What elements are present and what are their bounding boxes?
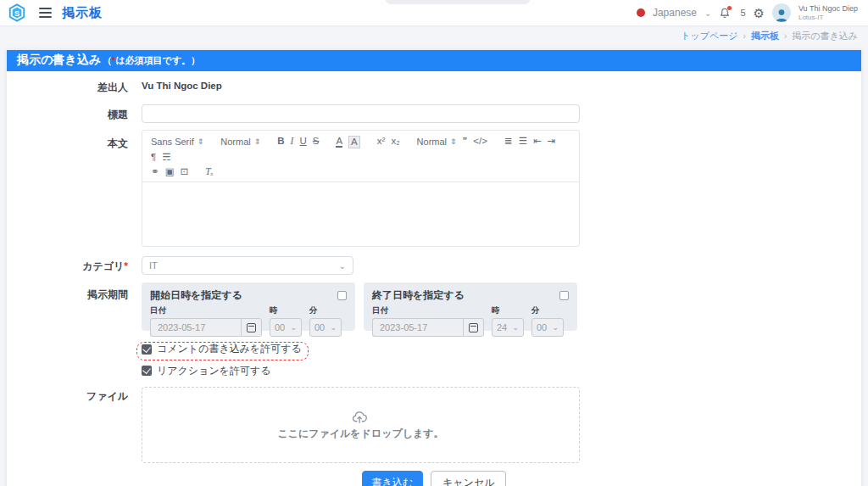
notifications-button[interactable] — [719, 7, 731, 20]
start-panel-title: 開始日時を指定する — [150, 288, 242, 303]
code-block-icon[interactable]: </> — [473, 136, 487, 148]
blockquote-icon[interactable]: ” — [463, 136, 468, 148]
period-label: 掲示期間 — [7, 282, 142, 302]
sender-label: 差出人 — [7, 81, 142, 95]
file-dropzone[interactable]: ここにファイルをドロップします。 — [142, 387, 580, 463]
end-hour-select[interactable]: 24⌄ — [492, 318, 524, 337]
user-info[interactable]: Vu Thi Ngoc Diep Lotus-IT — [798, 4, 858, 21]
start-date-label: 日付 — [150, 305, 262, 316]
text-color-icon[interactable]: A — [336, 137, 342, 148]
person-icon — [774, 8, 789, 22]
allow-comment-row: コメントの書き込みを許可する — [7, 342, 861, 357]
text-direction-icon[interactable]: ¶ — [151, 152, 156, 164]
dropzone-text: ここにファイルをドロップします。 — [277, 427, 443, 441]
category-row: カテゴリ* IT ⌄ — [7, 256, 861, 275]
required-note: （*は必須項目です。） — [103, 54, 200, 67]
rich-text-editor: Sans Serif⇕ Normal⇕ B I U S A A x² — [142, 130, 580, 247]
bullet-list-icon[interactable]: ☰ — [519, 136, 527, 148]
outdent-icon[interactable]: ⇤ — [533, 136, 542, 148]
updown-icon: ⇕ — [450, 137, 457, 146]
start-date-picker-button[interactable] — [241, 318, 262, 337]
period-row: 掲示期間 開始日時を指定する 日付 2023-05-17 — [7, 282, 861, 331]
form-banner: 掲示の書き込み （*は必須項目です。） — [7, 50, 861, 71]
align-icon[interactable]: ☴ — [162, 152, 170, 164]
breadcrumb-current: 掲示の書き込み — [792, 30, 858, 42]
highlight-color-icon[interactable]: A — [348, 136, 360, 148]
calendar-icon — [247, 323, 256, 332]
end-enable-checkbox[interactable] — [559, 291, 569, 300]
start-date-input[interactable]: 2023-05-17 — [150, 318, 241, 337]
allow-comment-label: コメントの書き込みを許可する — [157, 342, 302, 356]
breadcrumb-home[interactable]: トップページ — [681, 30, 737, 42]
start-datetime-panel: 開始日時を指定する 日付 2023-05-17 時 00⌄ — [142, 282, 355, 331]
body-label: 本文 — [7, 130, 142, 151]
underline-icon[interactable]: U — [299, 136, 306, 148]
start-minute-select[interactable]: 00⌄ — [309, 318, 342, 337]
submit-button[interactable]: 書き込む — [362, 471, 424, 486]
end-date-picker-button[interactable] — [463, 318, 484, 337]
menu-toggle-icon[interactable] — [39, 5, 52, 20]
bold-icon[interactable]: B — [277, 136, 284, 148]
annotation-highlight: コメントの書き込みを許可する — [136, 342, 309, 360]
cancel-button[interactable]: キャンセル — [431, 471, 506, 486]
title-label: 標題 — [7, 104, 142, 122]
sender-value: Vu Thi Ngoc Diep — [142, 81, 580, 91]
end-date-input[interactable]: 2023-05-17 — [372, 318, 463, 337]
image-icon[interactable]: ▣ — [165, 166, 175, 178]
language-selector[interactable]: Japanese — [653, 7, 697, 19]
calendar-icon — [469, 323, 478, 332]
notification-count: 5 — [740, 8, 745, 18]
browser-tab-shadow — [386, 0, 530, 4]
japan-flag-icon — [637, 8, 645, 17]
allow-reaction-checkbox[interactable] — [142, 366, 152, 376]
superscript-icon[interactable]: x² — [377, 136, 386, 148]
strikethrough-icon[interactable]: S — [313, 136, 320, 148]
chevron-down-icon: ⌄ — [512, 323, 519, 332]
breadcrumb-board[interactable]: 掲示板 — [751, 30, 779, 42]
chevron-down-icon: ⌄ — [330, 323, 337, 332]
allow-comment-checkbox[interactable] — [142, 344, 152, 355]
chevron-down-icon: ⌄ — [290, 323, 297, 332]
end-panel-title: 終了日時を指定する — [372, 288, 465, 303]
end-minute-select[interactable]: 00⌄ — [531, 318, 564, 337]
cloud-upload-icon — [352, 410, 370, 424]
start-minute-label: 分 — [309, 305, 342, 316]
end-hour-label: 時 — [492, 305, 524, 316]
video-icon[interactable]: ⊡ — [181, 166, 189, 178]
avatar[interactable] — [772, 3, 791, 22]
font-select[interactable]: Sans Serif⇕ — [151, 137, 203, 147]
title-input[interactable] — [142, 104, 580, 123]
heading-select[interactable]: Normal⇕ — [417, 137, 457, 147]
italic-icon[interactable]: I — [291, 136, 294, 148]
link-icon[interactable]: ⚭ — [151, 166, 159, 178]
editor-toolbar: Sans Serif⇕ Normal⇕ B I U S A A x² — [142, 131, 579, 182]
end-date-label: 日付 — [372, 305, 484, 316]
category-selected-value: IT — [149, 260, 158, 271]
chevron-down-icon: ⌄ — [704, 8, 711, 18]
start-hour-select[interactable]: 00⌄ — [270, 318, 302, 337]
size-select[interactable]: Normal⇕ — [220, 137, 260, 147]
page-title: 掲示板 — [62, 5, 103, 21]
required-star: * — [124, 260, 128, 272]
subscript-icon[interactable]: x₂ — [391, 136, 399, 148]
category-label: カテゴリ* — [7, 256, 142, 274]
updown-icon: ⇕ — [198, 137, 204, 146]
chevron-down-icon: ⌄ — [339, 261, 346, 271]
editor-content-area[interactable] — [142, 182, 579, 246]
body-row: 本文 Sans Serif⇕ Normal⇕ B I U S — [7, 130, 861, 247]
chevron-down-icon: ⌄ — [552, 323, 559, 332]
category-select[interactable]: IT ⌄ — [142, 256, 353, 275]
gear-icon[interactable]: ⚙ — [754, 7, 765, 20]
form-actions: 書き込む キャンセル — [7, 471, 861, 486]
allow-reaction-row: リアクションを許可する — [7, 364, 861, 379]
indent-icon[interactable]: ⇥ — [548, 136, 556, 148]
app-logo-icon[interactable]: S — [7, 3, 27, 23]
user-org: Lotus-IT — [798, 14, 858, 21]
start-hour-label: 時 — [270, 305, 302, 316]
end-minute-label: 分 — [531, 305, 564, 316]
ordered-list-icon[interactable]: ≣ — [504, 136, 513, 148]
clear-format-icon[interactable]: Tₓ — [205, 166, 214, 178]
start-enable-checkbox[interactable] — [337, 291, 347, 300]
breadcrumb-separator: › — [784, 31, 787, 41]
sender-row: 差出人 Vu Thi Ngoc Diep — [7, 81, 861, 95]
